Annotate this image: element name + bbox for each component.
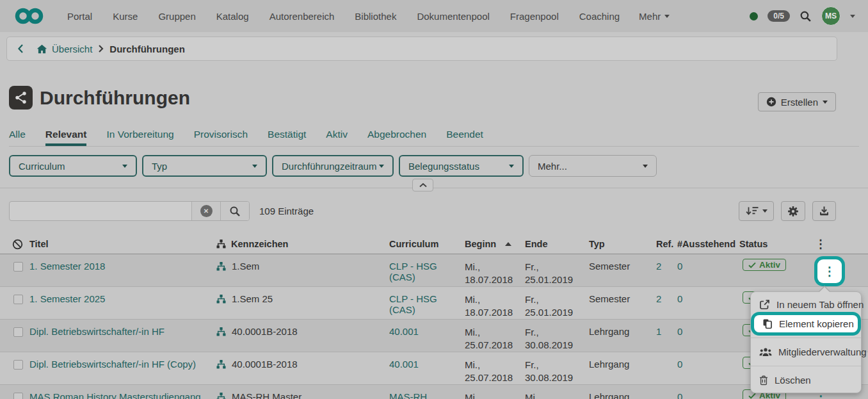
column-ausstehend[interactable]: #Ausstehend (677, 239, 739, 249)
copy-icon (762, 318, 773, 329)
user-menu-caret-icon[interactable] (850, 15, 855, 18)
row-checkbox[interactable] (13, 262, 23, 272)
table-row: 1. Semester 20251.Sem 25CLP - HSG (CAS)M… (0, 287, 868, 320)
row-ausstehend-link[interactable]: 0 (677, 261, 682, 272)
row-menu-button[interactable]: ⋮ (815, 393, 827, 399)
column-kennzeichen[interactable]: Kennzeichen (216, 239, 389, 249)
tab-provisorisch[interactable]: Provisorisch (194, 129, 248, 146)
row-title-link[interactable]: 1. Semester 2018 (29, 261, 105, 272)
row-checkbox[interactable] (13, 393, 23, 399)
row-ausstehend-link[interactable]: 0 (677, 326, 682, 337)
row-title-cell: 1. Semester 2018 (29, 254, 216, 272)
nav-item-bibliothek[interactable]: Bibliothek (344, 11, 406, 22)
tab-bestätigt[interactable]: Bestätigt (268, 129, 306, 146)
nav-item-dokumentenpool[interactable]: Dokumentenpool (406, 11, 499, 22)
table-row: Dipl. Betriebswirtschafter/-in HF (Copy)… (0, 352, 868, 385)
menu-item-element-kopieren[interactable]: Element kopieren (754, 315, 858, 332)
menu-item-in-neuem-tab-öffnen[interactable]: In neuem Tab öffnen (751, 296, 861, 313)
nav-item-coaching[interactable]: Coaching (569, 11, 630, 22)
column-select-none[interactable] (0, 239, 29, 250)
tasks-badge[interactable]: 0/5 (768, 10, 790, 22)
menu-item-mitgliederverwaltung[interactable]: Mitgliederverwaltung (751, 343, 861, 361)
row-kennzeichen-cell: 40.0001B-2018 (216, 352, 389, 370)
row-typ: Semester (589, 287, 656, 304)
row-title-link[interactable]: Dipl. Betriebswirtschafter/-in HF (Copy) (29, 359, 196, 370)
column-status[interactable]: Status (739, 239, 803, 249)
breadcrumb-link-overview[interactable]: Übersicht (36, 44, 92, 54)
tab-beendet[interactable]: Beendet (446, 129, 483, 146)
column-settings-kebab-icon[interactable]: ⋮ (803, 237, 868, 251)
x-circle-icon: ✕ (200, 205, 213, 217)
row-checkbox[interactable] (13, 295, 23, 304)
search-icon[interactable] (800, 10, 812, 22)
search-submit-button[interactable] (220, 202, 249, 220)
column-label: Ende (525, 239, 547, 249)
user-avatar[interactable]: MS (821, 6, 840, 26)
row-kennzeichen-cell: 40.0001B-2018 (216, 320, 389, 337)
column-beginn[interactable]: Beginn (465, 239, 525, 249)
row-title-link[interactable]: Dipl. Betriebswirtschafter/-in HF (29, 326, 165, 337)
export-download-button[interactable] (812, 201, 836, 221)
row-checkbox[interactable] (13, 327, 23, 337)
row-select-cell (0, 287, 29, 306)
breadcrumb-back-button[interactable] (17, 44, 24, 54)
table-settings-button[interactable] (781, 201, 805, 221)
row-curriculum-link[interactable]: CLP - HSG (CAS) (389, 261, 437, 282)
tab-aktiv[interactable]: Aktiv (326, 129, 348, 146)
column-label: Beginn (465, 239, 496, 249)
row-curriculum-link[interactable]: 40.001 (389, 359, 419, 370)
column-ref[interactable]: Ref. (656, 239, 677, 249)
nav-item-autorenbereich[interactable]: Autorenbereich (259, 11, 345, 22)
filter-durchführungzeitraum[interactable]: Durchführungzeitraum (272, 155, 394, 177)
column-curriculum[interactable]: Curriculum (389, 239, 465, 249)
row-curriculum-link[interactable]: MAS-RH (389, 391, 427, 399)
column-titel[interactable]: Titel (29, 239, 216, 249)
clear-search-button[interactable]: ✕ (191, 202, 220, 220)
collapse-filters-button[interactable] (412, 179, 433, 191)
column-ende[interactable]: Ende (525, 239, 589, 249)
sort-button[interactable] (739, 201, 774, 221)
tab-abgebrochen[interactable]: Abgebrochen (367, 129, 426, 146)
filter-curriculum[interactable]: Curriculum (9, 155, 137, 177)
application-window: PortalKurseGruppenKatalogAutorenbereichB… (0, 0, 868, 399)
row-ref-link[interactable]: 1 (656, 326, 661, 337)
filter-typ[interactable]: Typ (142, 155, 267, 177)
row-ref-link[interactable]: 2 (656, 261, 661, 272)
openolat-logo[interactable] (14, 7, 44, 25)
filters-divider (0, 188, 868, 188)
nav-item-gruppen[interactable]: Gruppen (148, 11, 205, 22)
row-checkbox[interactable] (13, 360, 23, 370)
check-icon (748, 393, 756, 399)
column-typ[interactable]: Typ (589, 239, 656, 249)
tab-alle[interactable]: Alle (9, 129, 26, 146)
sitemap-icon (216, 327, 226, 336)
row-ausstehend-link[interactable]: 0 (677, 293, 682, 304)
row-title-link[interactable]: MAS Roman History Masterstudiengang (29, 391, 201, 399)
tab-relevant[interactable]: Relevant (45, 129, 87, 146)
nav-item-portal[interactable]: Portal (57, 11, 102, 22)
row-title-link[interactable]: 1. Semester 2025 (29, 293, 105, 304)
filter-belegungsstatus[interactable]: Belegungsstatus (399, 155, 524, 177)
menu-item-löschen[interactable]: Löschen (751, 371, 861, 389)
plus-circle-icon (766, 97, 776, 107)
create-button[interactable]: Erstellen (758, 92, 836, 111)
row-menu-button-highlighted[interactable]: ⋮ (817, 259, 842, 283)
row-ausstehend-link[interactable]: 0 (677, 359, 682, 370)
row-select-cell (0, 320, 29, 339)
filter-mehr[interactable]: Mehr... (529, 155, 657, 177)
home-icon (36, 44, 47, 54)
nav-item-katalog[interactable]: Katalog (206, 11, 259, 22)
nav-item-kurse[interactable]: Kurse (102, 11, 148, 22)
sitemap-icon (216, 295, 226, 304)
tab-in-vorbereitung[interactable]: In Vorbereitung (106, 129, 173, 146)
row-curriculum-link[interactable]: CLP - HSG (CAS) (389, 293, 437, 315)
row-curriculum-link[interactable]: 40.001 (389, 326, 419, 337)
table-search-input[interactable] (10, 202, 191, 220)
nav-item-fragenpool[interactable]: Fragenpool (500, 11, 569, 22)
filter-label: Curriculum (19, 161, 65, 172)
row-select-cell (0, 385, 29, 399)
row-ausstehend-link[interactable]: 0 (677, 391, 682, 399)
row-ref-link[interactable]: 2 (656, 293, 661, 304)
presence-indicator-dot (750, 12, 758, 20)
nav-item-mehr[interactable]: Mehr (630, 11, 679, 22)
